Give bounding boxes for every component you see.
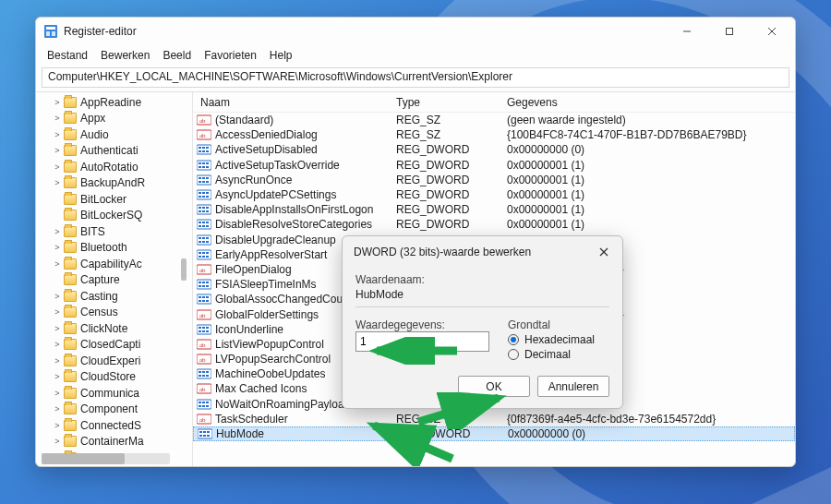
svg-rect-99 xyxy=(202,371,205,373)
tree-item[interactable]: >Audio xyxy=(36,126,192,143)
value-data: 0x00000001 (1) xyxy=(507,203,795,216)
menu-fav[interactable]: Favorieten xyxy=(199,47,262,64)
menu-view[interactable]: Beeld xyxy=(157,47,197,64)
minimize-button[interactable] xyxy=(666,18,708,45)
svg-rect-120 xyxy=(203,435,206,437)
chevron-right-icon: > xyxy=(53,404,62,414)
value-type: REG_SZ xyxy=(396,413,507,426)
svg-rect-16 xyxy=(199,150,201,152)
folder-icon xyxy=(64,177,77,188)
folder-icon xyxy=(64,355,77,366)
tree-item[interactable]: BitLockerSQ xyxy=(36,208,192,224)
chevron-right-icon: > xyxy=(53,162,62,172)
svg-rect-39 xyxy=(206,196,209,198)
tree-item[interactable]: BitLocker xyxy=(36,191,192,208)
value-type: REG_DWORD xyxy=(396,218,507,231)
value-row[interactable]: DisableResolveStoreCategoriesREG_DWORD0x… xyxy=(193,217,795,232)
svg-rect-50 xyxy=(206,222,209,223)
folder-icon xyxy=(64,420,77,431)
tree-item[interactable]: >ClosedCapti xyxy=(36,337,192,354)
tree-scrollbar-h[interactable] xyxy=(42,453,170,464)
tree-item[interactable]: >CloudExperi xyxy=(36,353,192,369)
col-name[interactable]: Naam xyxy=(193,96,396,109)
tree-item[interactable]: >BITS xyxy=(36,223,192,240)
chevron-right-icon: > xyxy=(53,356,62,366)
svg-rect-40 xyxy=(197,205,211,214)
value-data: {0f87369f-a4e5-4cfc-bd3e-73e6154572dd} xyxy=(507,413,795,426)
tree-item[interactable]: >Controls Fol xyxy=(36,466,192,467)
col-type[interactable]: Type xyxy=(396,96,507,109)
tree-item[interactable]: >Component xyxy=(36,402,192,418)
chevron-right-icon: > xyxy=(53,130,62,139)
value-row[interactable]: HubModeREG_DWORD0x00000000 (0) xyxy=(193,426,795,441)
value-row[interactable]: abTaskSchedulerREG_SZ{0f87369f-a4e5-4cfc… xyxy=(193,412,795,426)
value-row[interactable]: ActiveSetupTaskOverrideREG_DWORD0x000000… xyxy=(193,158,795,173)
svg-rect-86 xyxy=(197,325,211,334)
dword-value-icon xyxy=(197,189,211,200)
tree-item-label: BitLocker xyxy=(80,193,126,206)
base-label: Grondtal xyxy=(508,318,609,331)
value-row[interactable]: AsyncUpdatePCSettingsREG_DWORD0x00000001… xyxy=(193,187,795,202)
menu-help[interactable]: Help xyxy=(264,47,298,64)
value-row[interactable]: DisableAppInstallsOnFirstLogonREG_DWORD0… xyxy=(193,202,795,217)
tree-item[interactable]: >Census xyxy=(36,305,192,321)
svg-rect-53 xyxy=(206,225,209,227)
svg-rect-59 xyxy=(202,241,205,243)
chevron-right-icon xyxy=(53,195,62,204)
chevron-right-icon: > xyxy=(53,307,62,317)
tree-item[interactable]: >ContainerMa xyxy=(36,434,192,450)
radio-hex[interactable]: Hexadecimaal xyxy=(508,333,609,346)
folder-icon xyxy=(64,97,77,108)
dialog-close-button[interactable] xyxy=(591,242,617,262)
folder-icon xyxy=(64,129,77,140)
folder-icon xyxy=(64,371,77,382)
value-type: REG_DWORD xyxy=(396,143,507,156)
menu-edit[interactable]: Bewerken xyxy=(95,47,155,64)
svg-rect-25 xyxy=(206,166,209,168)
cancel-button[interactable]: Annuleren xyxy=(537,376,609,397)
value-data-input[interactable] xyxy=(355,331,489,352)
tree-item-label: CloudExperi xyxy=(80,354,140,367)
address-bar[interactable]: Computer\HKEY_LOCAL_MACHINE\SOFTWARE\Mic… xyxy=(42,67,789,88)
string-value-icon: ab xyxy=(197,309,211,320)
ok-button[interactable]: OK xyxy=(458,376,530,397)
tree-item[interactable]: >Appx xyxy=(36,111,192,127)
col-data[interactable]: Gegevens xyxy=(507,96,795,109)
value-row[interactable]: abAccessDeniedDialogREG_SZ{100B4FC8-74C1… xyxy=(193,127,795,142)
tree-item[interactable]: >ConnectedS xyxy=(36,417,192,434)
value-row[interactable]: AsyncRunOnceREG_DWORD0x00000001 (1) xyxy=(193,173,795,187)
chevron-right-icon: > xyxy=(53,178,62,187)
tree-item[interactable]: >BackupAndR xyxy=(36,175,192,192)
tree-scrollbar-v[interactable] xyxy=(181,258,187,281)
svg-rect-112 xyxy=(206,405,209,407)
svg-rect-70 xyxy=(197,280,211,289)
value-row[interactable]: ActiveSetupDisabledREG_DWORD0x00000000 (… xyxy=(193,142,795,157)
radio-dec[interactable]: Decimaal xyxy=(508,348,609,361)
maximize-button[interactable] xyxy=(708,18,751,45)
svg-rect-107 xyxy=(199,402,201,403)
tree-item[interactable]: Capture xyxy=(36,272,192,289)
tree-item[interactable]: >Authenticati xyxy=(36,143,192,160)
svg-rect-52 xyxy=(202,225,205,227)
tree-item[interactable]: >ClickNote xyxy=(36,320,192,337)
tree-item[interactable]: >AppReadine xyxy=(36,94,192,111)
tree-item[interactable]: >CapabilityAc xyxy=(36,256,192,272)
svg-rect-44 xyxy=(199,210,201,212)
tree-item[interactable]: >Communica xyxy=(36,385,192,402)
chevron-right-icon: > xyxy=(53,114,62,123)
tree-item-label: ConnectedS xyxy=(80,419,141,432)
value-row[interactable]: ab(Standaard)REG_SZ(geen waarde ingestel… xyxy=(193,113,795,127)
tree-item[interactable]: >Casting xyxy=(36,288,192,305)
tree-item[interactable]: >Bluetooth xyxy=(36,240,192,257)
tree-pane[interactable]: >AppReadine>Appx>Audio>Authenticati>Auto… xyxy=(36,92,193,466)
svg-rect-81 xyxy=(199,300,201,302)
close-button[interactable] xyxy=(751,18,793,45)
tree-item[interactable]: >AutoRotatio xyxy=(36,159,192,175)
menu-file[interactable]: Bestand xyxy=(42,47,93,64)
svg-rect-92 xyxy=(206,330,209,332)
list-header[interactable]: Naam Type Gegevens xyxy=(193,92,795,113)
dword-value-icon xyxy=(197,160,211,171)
svg-rect-45 xyxy=(202,210,205,212)
chevron-right-icon: > xyxy=(53,324,62,333)
tree-item[interactable]: >CloudStore xyxy=(36,369,192,386)
